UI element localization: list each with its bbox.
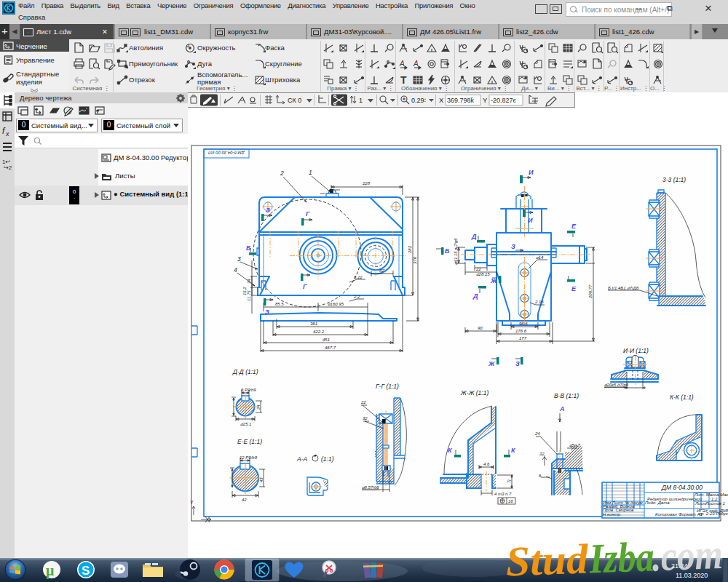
- svg-text:369.798ƙ: 369.798ƙ: [447, 97, 475, 104]
- svg-text:⌀160.95: ⌀160.95: [328, 302, 344, 306]
- svg-text:↪2: ↪2: [4, 164, 12, 171]
- svg-text:З: З: [511, 243, 515, 250]
- svg-text:И-И (1:1): И-И (1:1): [623, 347, 649, 354]
- svg-text:Б.t/1.4Б1.⌀7/Д6: Б.t/1.4Б1.⌀7/Д6: [608, 286, 639, 290]
- svg-text:361: 361: [310, 322, 317, 326]
- svg-text:И: И: [529, 169, 534, 176]
- svg-text:6.22: 6.22: [354, 275, 363, 279]
- svg-text:В-В (1:1): В-В (1:1): [554, 392, 579, 399]
- svg-text:42: 42: [242, 498, 247, 502]
- svg-text:СК 0: СК 0: [288, 97, 301, 104]
- svg-text:176.6: 176.6: [515, 329, 527, 333]
- svg-text:12 P9/h9: 12 P9/h9: [240, 455, 258, 460]
- svg-text:Формат А1: Формат А1: [678, 512, 703, 517]
- svg-text:11.75: 11.75: [247, 290, 251, 301]
- svg-text:3-3 (1:1): 3-3 (1:1): [662, 176, 686, 183]
- svg-text:X: X: [439, 96, 444, 104]
- svg-text:24: 24: [534, 431, 540, 436]
- svg-text:К-К (1:1): К-К (1:1): [670, 394, 694, 401]
- svg-text:206.77: 206.77: [588, 284, 593, 299]
- svg-text:⌀28.15: ⌀28.15: [476, 272, 490, 276]
- svg-text:μ: μ: [46, 562, 55, 579]
- svg-text:Г: Г: [306, 210, 310, 218]
- svg-text:228: 228: [362, 181, 371, 186]
- svg-text:2: 2: [280, 170, 284, 177]
- svg-text:-20.827є: -20.827є: [491, 97, 517, 104]
- svg-text:Д: Д: [472, 292, 478, 300]
- svg-text:22: 22: [360, 400, 366, 404]
- svg-text:3: 3: [237, 255, 241, 263]
- svg-text:⌀8.57/д6: ⌀8.57/д6: [362, 485, 379, 490]
- svg-text:24: 24: [256, 404, 261, 410]
- svg-text:282: 282: [408, 245, 412, 254]
- svg-text:11.03.2020: 11.03.2020: [676, 572, 708, 579]
- svg-text:4.6: 4.6: [483, 462, 490, 466]
- svg-text:А: А: [559, 405, 565, 412]
- svg-text:1: 1: [359, 97, 363, 104]
- svg-text:Г-Г (1:1): Г-Г (1:1): [376, 383, 399, 390]
- svg-text:Д: Д: [471, 233, 477, 240]
- svg-text:ДМ 8-04.30.00 ИЛ: ДМ 8-04.30.00 ИЛ: [207, 151, 245, 155]
- svg-text:(1:1): (1:1): [321, 455, 334, 463]
- svg-text:Е-Е (1:1): Е-Е (1:1): [237, 438, 262, 445]
- svg-text:Лист: Лист: [695, 501, 706, 506]
- svg-text:Y: Y: [483, 96, 488, 104]
- svg-text:1: 1: [309, 169, 312, 176]
- svg-text:0.29∶: 0.29∶: [411, 97, 426, 104]
- svg-text:⌀41.15 ѣ7/g6: ⌀41.15 ѣ7/g6: [454, 238, 458, 265]
- svg-text:2.2: 2.2: [353, 295, 360, 299]
- svg-text:6 P9/h9: 6 P9/h9: [241, 388, 256, 392]
- svg-text:Ж: Ж: [488, 360, 495, 367]
- svg-text:82′: 82′: [379, 268, 386, 273]
- svg-text:Д-Д (1:1): Д-Д (1:1): [232, 368, 258, 375]
- svg-text:16: 16: [508, 499, 513, 503]
- svg-text:Г: Г: [303, 283, 307, 290]
- svg-text:⌀5ѣ7: ⌀5ѣ7: [569, 443, 581, 447]
- svg-text:21:24: 21:24: [671, 562, 688, 570]
- svg-text:Ж-Ж (1:1): Ж-Ж (1:1): [460, 389, 488, 396]
- svg-text:x: x: [5, 130, 9, 137]
- svg-text:Копировал: Копировал: [655, 512, 677, 517]
- svg-text:85.5: 85.5: [275, 302, 284, 306]
- svg-text:Листов 1: Листов 1: [705, 501, 725, 506]
- svg-text:96.6: 96.6: [519, 322, 528, 326]
- svg-text:ДМ 8-04.30.00: ДМ 8-04.30.00: [661, 484, 703, 491]
- svg-text:15.2: 15.2: [242, 287, 247, 295]
- svg-text:177: 177: [519, 336, 527, 340]
- svg-text:Б: Б: [445, 247, 450, 255]
- svg-text:467.7: 467.7: [325, 346, 336, 350]
- svg-text:гр. 2-23 Редуктор: гр. 2-23 Редуктор: [699, 511, 728, 516]
- svg-text:Y: Y: [190, 500, 194, 505]
- svg-text:422.2: 422.2: [313, 330, 325, 334]
- svg-text:32: 32: [539, 452, 545, 456]
- svg-text:Е: Е: [571, 285, 577, 292]
- svg-text:2.16: 2.16: [534, 300, 544, 304]
- svg-text:45: 45: [259, 477, 264, 482]
- svg-text:4: 4: [234, 266, 237, 274]
- svg-text:⌀20к5 д7/р6: ⌀20к5 д7/р6: [604, 383, 629, 387]
- svg-text:И: И: [528, 217, 533, 224]
- svg-text:376: 376: [413, 256, 417, 264]
- svg-text:Н.контр.: Н.контр.: [603, 512, 621, 517]
- svg-text:90: 90: [478, 326, 483, 330]
- svg-text:Е: Е: [571, 223, 577, 230]
- svg-text:З: З: [515, 360, 520, 367]
- svg-text:А-А: А-А: [296, 455, 308, 463]
- svg-text:4 m3 n.7: 4 m3 n.7: [494, 492, 512, 496]
- svg-text:З: З: [266, 207, 270, 214]
- svg-text:32: 32: [363, 416, 368, 420]
- svg-text:⌀14: ⌀14: [536, 255, 544, 260]
- svg-text:451: 451: [323, 338, 330, 342]
- svg-text:З: З: [265, 308, 269, 316]
- svg-text:7j: 7j: [507, 479, 511, 483]
- svg-text:Ж: Ж: [490, 277, 497, 284]
- svg-text:S: S: [82, 564, 90, 578]
- svg-text:⌀25.1: ⌀25.1: [240, 422, 251, 426]
